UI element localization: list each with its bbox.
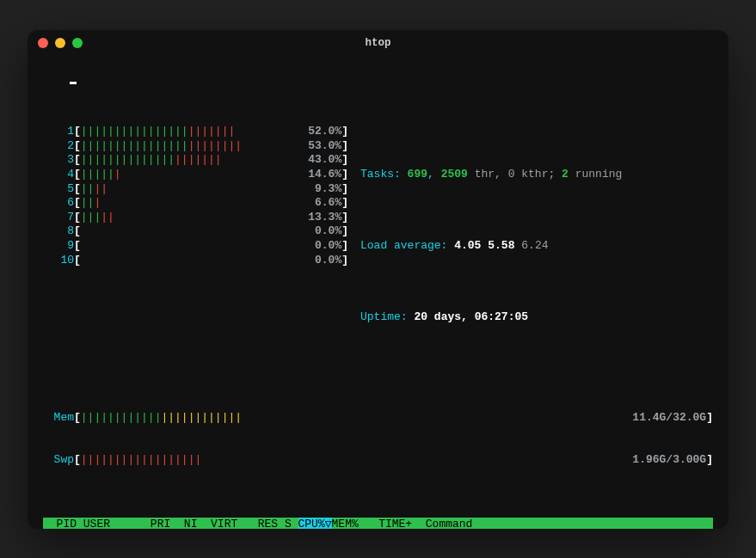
cpu-meter-8: 8[ 0.0%]: [43, 224, 348, 239]
cpu-meter-9: 9[ 0.0%]: [43, 239, 348, 254]
titlebar: htop: [28, 30, 728, 56]
cpu-meter-7: 7[||||| 13.3%]: [43, 211, 348, 225]
cpu-meters: 1[||||||||||||||||||||||| 52.0%]2[||||||…: [43, 125, 348, 368]
col-mem: MEM%: [332, 518, 366, 529]
uptime-line: Uptime: 20 days, 06:27:05: [360, 297, 622, 340]
system-info: Tasks: 699, 2509 thr, 0 kthr; 2 running …: [348, 125, 622, 368]
close-icon[interactable]: [38, 38, 48, 48]
col-time: TIME+: [366, 518, 419, 529]
minimize-icon[interactable]: [55, 38, 65, 48]
cpu-meter-4: 4[|||||| 14.6%]: [43, 168, 348, 182]
col-user: USER: [83, 518, 144, 529]
tasks-line: Tasks: 699, 2509 thr, 0 kthr; 2 running: [360, 153, 622, 196]
col-res: RES: [244, 518, 285, 529]
cpu-meter-3: 3[||||||||||||||||||||| 43.0%]: [43, 153, 348, 168]
cpu-meter-5: 5[|||| 9.3%]: [43, 182, 348, 197]
col-s: S: [285, 518, 298, 529]
mem-meter: Mem[||||||||||||||||||||||||11.4G/32.0G]: [43, 411, 713, 426]
swp-meter: Swp[||||||||||||||||||1.96G/3.00G]: [43, 453, 713, 468]
cursor-icon: [70, 82, 77, 84]
col-cpu-sorted: CPU%▽: [298, 518, 332, 529]
load-line: Load average: 4.05 5.58 6.24: [360, 224, 622, 267]
htop-content[interactable]: 1[||||||||||||||||||||||| 52.0%]2[||||||…: [28, 56, 728, 529]
col-ni: NI: [177, 518, 204, 529]
col-virt: VIRT: [204, 518, 244, 529]
maximize-icon[interactable]: [72, 38, 83, 48]
traffic-lights: [38, 38, 83, 48]
col-pri: PRI: [144, 518, 177, 529]
cpu-meter-1: 1[||||||||||||||||||||||| 52.0%]: [43, 125, 348, 139]
process-header[interactable]: PID USER PRI NI VIRT RES S CPU%▽MEM% TIM…: [43, 518, 713, 529]
col-pid: PID: [43, 518, 83, 529]
col-command: Command: [419, 518, 713, 529]
cpu-meter-2: 2[|||||||||||||||||||||||| 53.0%]: [43, 139, 348, 154]
cpu-meter-6: 6[||| 6.6%]: [43, 196, 348, 211]
terminal-window: htop 1[||||||||||||||||||||||| 52.0%]2[|…: [28, 30, 728, 529]
cpu-meter-10: 10[ 0.0%]: [43, 254, 348, 268]
window-title: htop: [28, 37, 728, 49]
